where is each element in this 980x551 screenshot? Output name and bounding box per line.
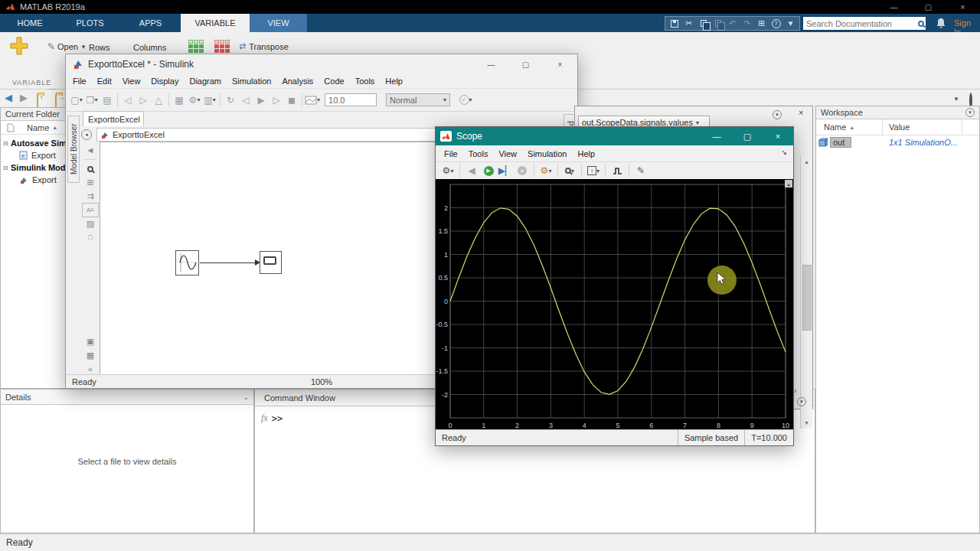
workspace-row-out[interactable]: out 1x1 SimulationO...: [816, 135, 979, 148]
name-column-header[interactable]: Name▲: [27, 123, 57, 132]
paste-icon[interactable]: [710, 17, 725, 30]
panel-menu-icon[interactable]: ▾: [773, 110, 782, 119]
library-browser-icon[interactable]: ▦: [172, 93, 187, 108]
notifications-bell-icon[interactable]: [936, 18, 946, 29]
scope-block[interactable]: [260, 251, 282, 274]
scroll-up-icon[interactable]: ▲: [801, 156, 812, 168]
model-tab[interactable]: ExporttoExcel: [83, 111, 144, 126]
trigger-icon[interactable]: [609, 163, 625, 178]
scope-menu-simulation[interactable]: Simulation: [522, 149, 572, 158]
undo-icon[interactable]: ↶: [725, 17, 740, 30]
panel-menu-icon[interactable]: ▾: [965, 108, 975, 117]
hide-browser-icon[interactable]: ◄: [82, 143, 99, 157]
qat-more-icon[interactable]: ▾: [783, 17, 798, 30]
scope-menu-view[interactable]: View: [493, 149, 522, 158]
refresh-icon[interactable]: ↻: [223, 93, 238, 108]
model-browser-tab[interactable]: Model Browser: [67, 116, 80, 183]
step-forward-icon[interactable]: ▶▏: [498, 163, 513, 178]
stop-icon[interactable]: ■: [514, 163, 530, 178]
simulink-menu-edit[interactable]: Edit: [92, 77, 117, 86]
workspace-name-column[interactable]: Name▲: [816, 122, 854, 132]
simulink-menu-analysis[interactable]: Analysis: [276, 77, 318, 86]
search-input[interactable]: [803, 19, 918, 28]
stop-time-input[interactable]: [325, 93, 377, 106]
scroll-down-icon[interactable]: ▼: [801, 417, 812, 429]
scope-menu-file[interactable]: File: [439, 149, 463, 158]
maximize-button[interactable]: ▢: [911, 0, 946, 14]
signal-line[interactable]: [200, 262, 256, 263]
simulink-menu-file[interactable]: File: [67, 77, 92, 86]
search-icon[interactable]: [918, 21, 924, 27]
save-icon[interactable]: [667, 17, 681, 30]
maximize-button[interactable]: ▢: [732, 127, 763, 145]
menu-overflow-icon[interactable]: ↘: [781, 148, 787, 156]
panel-menu-icon[interactable]: ▾: [797, 397, 806, 406]
scope-menu-tools[interactable]: Tools: [463, 149, 494, 158]
fit-to-view-icon[interactable]: ⊞: [82, 176, 99, 190]
tab-view[interactable]: VIEW: [250, 14, 307, 32]
minimize-button[interactable]: —: [877, 0, 911, 14]
open-button[interactable]: ✎ Open▼: [47, 41, 87, 52]
collapse-icon[interactable]: ⊟: [3, 165, 11, 171]
run-icon[interactable]: ▶: [253, 93, 269, 108]
new-model-icon[interactable]: ▢▾: [69, 93, 84, 108]
delete-rows-icon[interactable]: [214, 40, 230, 53]
tab-apps[interactable]: APPS: [120, 14, 181, 32]
scrollbar-thumb[interactable]: [802, 265, 812, 331]
signal-style-icon[interactable]: ⚙▾: [538, 163, 554, 178]
model-settings-icon[interactable]: ⚙▾: [187, 93, 202, 108]
measurements-icon[interactable]: ✎: [633, 163, 648, 178]
command-prompt[interactable]: >>: [272, 413, 283, 424]
workspace-header[interactable]: Workspace ▾: [816, 106, 979, 119]
forward-icon[interactable]: ▶: [20, 92, 28, 103]
axes-menu-icon[interactable]: ▴: [785, 180, 792, 187]
forward-icon[interactable]: ▷: [136, 93, 151, 108]
back-icon[interactable]: ◁: [120, 93, 136, 108]
camera-icon[interactable]: ▣: [82, 334, 99, 348]
stop-icon[interactable]: ◼: [284, 93, 299, 108]
simulink-menu-diagram[interactable]: Diagram: [184, 77, 227, 86]
zoom-icon[interactable]: ▾: [562, 163, 577, 178]
close-button[interactable]: ×: [543, 57, 577, 71]
image-icon[interactable]: ▨: [82, 217, 99, 231]
simulink-menu-code[interactable]: Code: [318, 77, 349, 86]
maximize-button[interactable]: ▢: [508, 57, 543, 71]
switch-window-icon[interactable]: ⊞: [754, 17, 769, 30]
tab-variable[interactable]: VARIABLE: [181, 14, 250, 32]
simulink-menu-simulation[interactable]: Simulation: [227, 77, 276, 86]
simulation-mode-select[interactable]: Normal▾: [386, 93, 450, 106]
area-box-icon[interactable]: □: [82, 230, 99, 244]
tab-home[interactable]: HOME: [0, 14, 60, 32]
collapse-icon[interactable]: ⊟: [3, 140, 11, 147]
workspace-value-column[interactable]: Value: [889, 122, 910, 132]
signal-routing-icon[interactable]: ⇉: [82, 189, 99, 203]
open-model-icon[interactable]: ❒▾: [84, 93, 100, 108]
update-diagram-icon[interactable]: ✓ ▾: [458, 93, 473, 108]
zoom-icon[interactable]: [82, 162, 99, 176]
simulation-display-icon[interactable]: ▾: [305, 93, 320, 108]
address-dropdown-icon[interactable]: ▼: [953, 96, 959, 103]
step-back-icon[interactable]: ◀: [464, 163, 479, 178]
minimize-button[interactable]: —: [701, 127, 732, 145]
autoscale-icon[interactable]: ↕▾: [586, 163, 601, 178]
scope-plot-area[interactable]: 012345678910-2-1.5-1-0.500.511.52 ▴: [436, 179, 793, 431]
configuration-gear-icon[interactable]: ⚙▾: [440, 163, 456, 178]
expand-icon[interactable]: ›: [794, 386, 796, 395]
sine-wave-block[interactable]: [175, 250, 199, 276]
simulink-menu-view[interactable]: View: [117, 77, 146, 86]
insert-rows-icon[interactable]: [188, 40, 204, 53]
save-model-icon[interactable]: ▤: [100, 93, 115, 108]
step-forward-icon[interactable]: ▷: [269, 93, 284, 108]
simulink-menu-tools[interactable]: Tools: [350, 77, 381, 86]
simulink-menu-help[interactable]: Help: [380, 77, 408, 86]
close-button[interactable]: ×: [763, 127, 793, 145]
dialog-scrollbar[interactable]: ▲ ▼: [800, 156, 812, 429]
sample-time-icon[interactable]: ▦: [82, 348, 99, 362]
new-from-selection-icon[interactable]: [9, 36, 29, 56]
up-to-parent-icon[interactable]: △: [151, 93, 166, 108]
back-icon[interactable]: ◀: [5, 92, 12, 103]
cut-icon[interactable]: ✂: [681, 17, 696, 30]
chevron-down-icon[interactable]: ⌄: [243, 393, 249, 401]
run-icon[interactable]: ▶: [481, 163, 496, 178]
copy-icon[interactable]: [696, 17, 710, 30]
